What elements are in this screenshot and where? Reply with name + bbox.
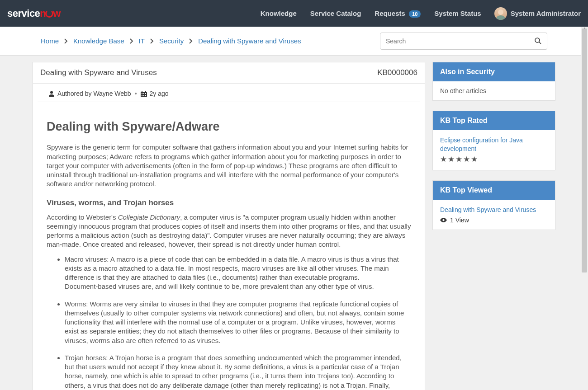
kb-top-viewed-header: KB Top Viewed	[433, 181, 555, 200]
user-name[interactable]: System Administrator	[511, 9, 581, 17]
nav-knowledge[interactable]: Knowledge	[254, 9, 303, 17]
virus-list: Macro viruses: A macro is a piece of cod…	[47, 255, 411, 390]
chevron-right-icon	[130, 38, 133, 44]
svg-line-1	[539, 42, 541, 44]
crumb-it[interactable]: IT	[139, 37, 145, 45]
article-author: Authored by Wayne Webb	[57, 90, 131, 97]
chevron-right-icon	[64, 38, 68, 44]
star-rating: ★★★★★	[440, 155, 548, 164]
main-container: Dealing with Spyware and Viruses KB00000…	[0, 56, 588, 390]
svg-rect-7	[142, 95, 142, 96]
sidebar: Also in Security No other articles KB To…	[432, 62, 555, 240]
p2-em: Collegiate Dictionary	[118, 213, 180, 221]
svg-rect-9	[145, 95, 146, 96]
article-kb-id: KB0000006	[377, 68, 417, 77]
search-button[interactable]	[529, 33, 547, 50]
kb-top-rated-header: KB Top Rated	[433, 111, 555, 130]
svg-point-2	[50, 91, 53, 94]
breadcrumb: Home Knowledge Base IT Security Dealing …	[41, 37, 380, 45]
article-meta: Authored by Wayne Webb • 2y ago	[38, 84, 420, 102]
kb-top-rated-panel: KB Top Rated Eclipse configuration for J…	[432, 111, 555, 170]
requests-count-badge: 10	[409, 10, 421, 18]
search-group	[380, 33, 547, 50]
article-intro: Spyware is the generic term for computer…	[47, 143, 411, 188]
crumb-security[interactable]: Security	[159, 37, 184, 45]
list-item: Worms: Worms are very similar to viruses…	[65, 300, 411, 345]
view-count-text: 1 View	[450, 216, 469, 224]
svg-rect-11	[145, 91, 146, 92]
nav-service-catalog[interactable]: Service Catalog	[303, 9, 368, 17]
crumb-home[interactable]: Home	[41, 37, 59, 45]
article-panel: Dealing with Spyware and Viruses KB00000…	[33, 62, 425, 390]
scrollbar[interactable]: ▲	[581, 27, 588, 390]
scroll-thumb[interactable]	[582, 28, 587, 273]
search-input[interactable]	[380, 33, 529, 50]
svg-point-0	[535, 38, 540, 42]
article-age: 2y ago	[150, 90, 169, 97]
nav-system-status[interactable]: System Status	[427, 9, 488, 17]
list-item: Trojan horses: A Trojan horse is a progr…	[65, 353, 411, 390]
view-count: 1 View	[440, 216, 548, 224]
kb-top-viewed-panel: KB Top Viewed Dealing with Spyware and V…	[432, 180, 555, 230]
chevron-right-icon	[150, 38, 154, 44]
nav-requests-label: Requests	[375, 9, 405, 17]
svg-rect-3	[141, 92, 147, 97]
svg-rect-8	[143, 95, 144, 96]
servicenow-logo[interactable]: servicenw	[7, 8, 61, 19]
article-p2: According to Webster's Collegiate Dictio…	[47, 213, 411, 249]
svg-rect-4	[142, 93, 142, 94]
list-item: Macro viruses: A macro is a piece of cod…	[65, 255, 411, 291]
article-title: Dealing with Spyware and Viruses	[40, 68, 157, 77]
svg-point-12	[442, 219, 444, 221]
p2-a: According to Webster's	[47, 213, 118, 221]
avatar[interactable]	[494, 7, 507, 20]
eye-icon	[440, 218, 447, 222]
user-icon	[48, 90, 55, 97]
li1b: Document-based viruses are, and will lik…	[65, 282, 374, 290]
top-rated-link[interactable]: Eclipse configuration for Java developme…	[440, 136, 548, 153]
article-header: Dealing with Spyware and Viruses KB00000…	[33, 62, 425, 84]
article-h3: Viruses, worms, and Trojan horses	[47, 198, 411, 208]
breadcrumb-bar: Home Knowledge Base IT Security Dealing …	[0, 27, 588, 56]
svg-rect-5	[143, 93, 144, 94]
top-viewed-link[interactable]: Dealing with Spyware and Viruses	[440, 206, 548, 214]
article-h1: Dealing with Spyware/Adware	[47, 118, 411, 135]
crumb-knowledge-base[interactable]: Knowledge Base	[73, 37, 124, 45]
chevron-right-icon	[189, 38, 193, 44]
also-in-security-panel: Also in Security No other articles	[432, 62, 555, 101]
also-in-security-body: No other articles	[433, 81, 555, 100]
crumb-current[interactable]: Dealing with Spyware and Viruses	[198, 37, 301, 45]
article-body: Dealing with Spyware/Adware Spyware is t…	[33, 102, 425, 390]
svg-rect-6	[145, 93, 146, 94]
nav-requests[interactable]: Requests 10	[368, 9, 427, 17]
meta-separator: •	[135, 90, 137, 97]
also-in-security-header: Also in Security	[433, 62, 555, 81]
svg-rect-10	[142, 91, 142, 92]
search-icon	[535, 38, 541, 44]
calendar-icon	[141, 91, 147, 97]
top-nav: servicenw Knowledge Service Catalog Requ…	[0, 0, 588, 27]
li1a: Macro viruses: A macro is a piece of cod…	[65, 255, 399, 282]
